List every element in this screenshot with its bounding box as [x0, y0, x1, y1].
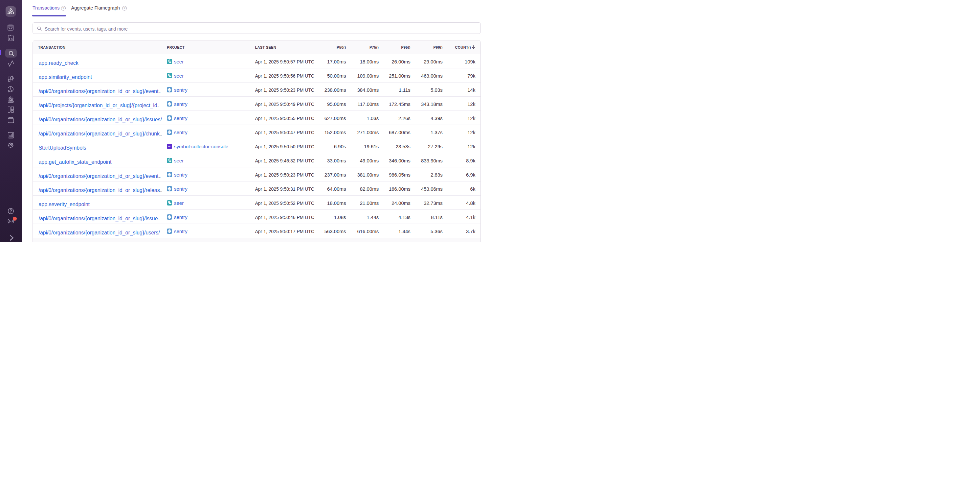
svg-text:.NET: .NET — [167, 146, 172, 148]
